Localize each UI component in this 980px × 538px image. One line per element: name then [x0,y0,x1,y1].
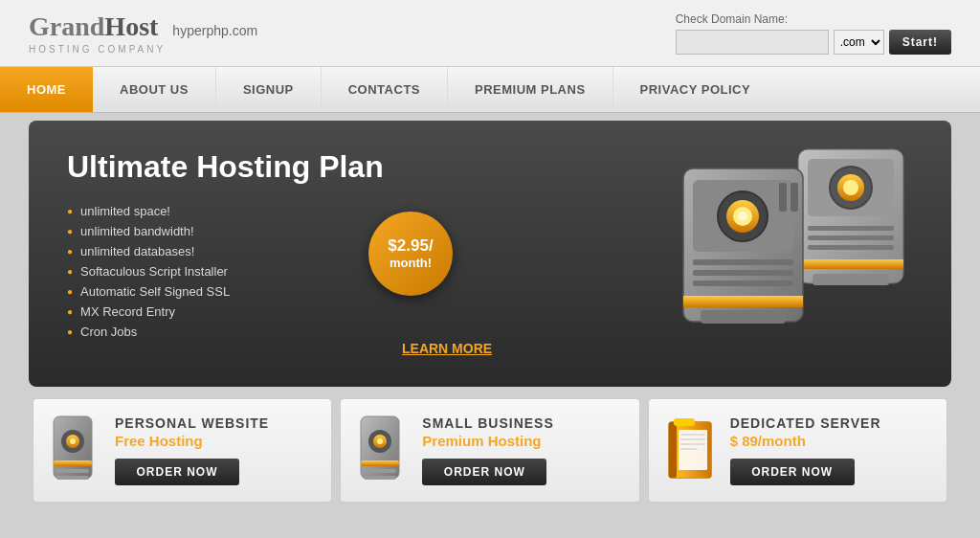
card-personal-icon [49,415,101,486]
card-personal-subtitle: Free Hosting [115,433,316,449]
start-button[interactable]: Start! [889,30,951,55]
nav-contacts[interactable]: CONTACTS [322,67,448,112]
svg-point-33 [377,438,383,444]
learn-more-link[interactable]: LEARN MORE [402,341,492,356]
domain-input[interactable] [676,30,829,55]
svg-rect-36 [364,476,396,480]
logo-area: GrandHost hyperphp.com HOSTING COMPANY [29,11,257,55]
nav-premium[interactable]: PREMIUM PLANS [448,67,613,112]
hosting-cards: PERSONAL WEBSITE Free Hosting ORDER NOW [29,394,951,506]
order-dedicated-button[interactable]: ORDER NOW [730,459,855,485]
svg-rect-9 [813,274,889,285]
domain-input-row: .com .net .org .info Start! [676,30,951,55]
price-sub: month! [390,256,432,271]
svg-rect-40 [674,418,695,426]
logo-domain: hyperphp.com [172,23,257,38]
card-personal-title: PERSONAL WEBSITE [115,415,316,431]
svg-rect-39 [669,422,677,478]
card-business-title: SMALL BUSINESS [422,415,623,431]
svg-rect-42 [680,434,705,436]
hero-price-badge: $2.95/ month! [368,212,453,296]
order-business-button[interactable]: ORDER NOW [422,459,546,485]
card-business: SMALL BUSINESS Premium Hosting ORDER NOW [340,398,639,503]
card-personal-body: PERSONAL WEBSITE Free Hosting ORDER NOW [115,415,316,485]
hero-server-image [655,140,923,341]
card-dedicated-body: DEDICATED SERVER $ 89/month ORDER NOW [730,415,931,485]
card-business-icon [356,415,409,486]
svg-rect-7 [808,245,894,250]
folder-svg [664,415,717,483]
hero-banner: Ultimate Hosting Plan unlimited space! u… [29,121,951,387]
svg-rect-19 [683,296,803,307]
domain-check-section: Check Domain Name: .com .net .org .info … [676,12,951,55]
card-dedicated-icon [664,415,717,486]
business-server-svg [356,415,404,483]
logo-subtitle: HOSTING COMPANY [29,44,257,55]
nav-about[interactable]: ABOUT US [93,67,216,112]
svg-rect-29 [56,476,89,480]
navigation: HOME ABOUT US SIGNUP CONTACTS PREMIUM PL… [0,67,980,113]
svg-rect-22 [791,183,798,212]
svg-point-15 [738,212,747,221]
header: GrandHost hyperphp.com HOSTING COMPANY C… [0,0,980,67]
order-personal-button[interactable]: ORDER NOW [115,459,239,485]
logo-text: GrandHost hyperphp.com [29,11,257,42]
svg-rect-17 [693,270,793,276]
svg-rect-35 [364,469,396,473]
svg-rect-8 [798,259,903,269]
card-dedicated-title: DEDICATED SERVER [730,415,931,431]
server-svg [674,140,923,341]
svg-rect-45 [680,448,698,450]
svg-rect-28 [56,469,89,473]
card-dedicated: DEDICATED SERVER $ 89/month ORDER NOW [648,398,947,503]
svg-rect-43 [680,438,705,440]
svg-point-4 [843,180,858,195]
card-business-body: SMALL BUSINESS Premium Hosting ORDER NOW [422,415,623,485]
svg-rect-5 [808,226,894,231]
svg-rect-21 [779,183,787,212]
svg-rect-27 [54,460,92,466]
personal-server-svg [49,415,97,483]
card-dedicated-subtitle: $ 89/month [730,433,931,449]
tld-select[interactable]: .com .net .org .info [834,30,884,55]
svg-point-26 [70,438,76,444]
svg-rect-44 [680,443,705,445]
learn-more-area: LEARN MORE [325,333,492,356]
svg-rect-34 [361,460,399,466]
nav-signup[interactable]: SIGNUP [216,67,322,112]
card-personal: PERSONAL WEBSITE Free Hosting ORDER NOW [33,398,332,503]
svg-rect-16 [693,259,793,265]
svg-rect-18 [693,280,793,286]
card-business-subtitle: Premium Hosting [422,433,623,449]
price-main: $2.95/ [388,237,433,256]
nav-home[interactable]: HOME [0,67,93,112]
logo-host: Host [104,11,158,41]
svg-rect-6 [808,235,894,240]
logo-grand: Grand [29,11,104,41]
nav-privacy[interactable]: PRIVACY POLICY [613,67,778,112]
svg-rect-20 [701,310,786,324]
domain-check-label: Check Domain Name: [676,12,951,26]
